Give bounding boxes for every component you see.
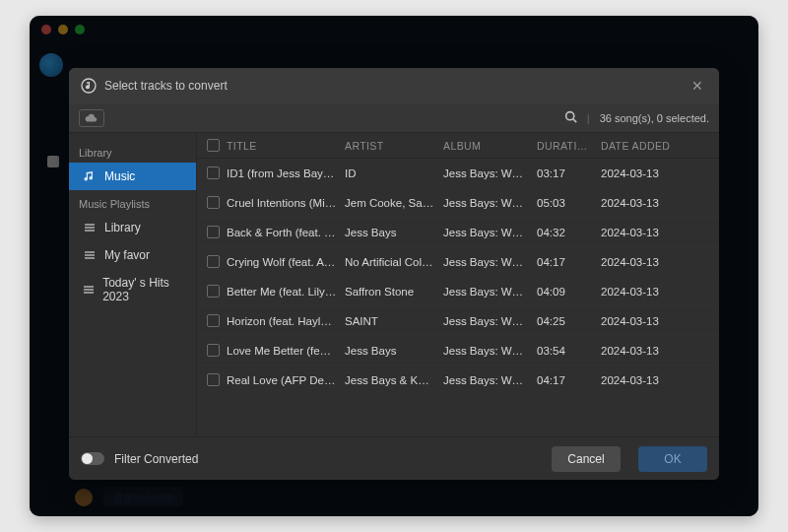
cell-album: Jess Bays: Women I... [443, 197, 537, 209]
col-artist[interactable]: ARTIST [345, 140, 443, 152]
sidebar-item-my-favor[interactable]: My favor [69, 241, 196, 269]
cell-title: ID1 (from Jess Bays: W... [227, 167, 345, 179]
toolbar-divider: | [587, 112, 590, 124]
svg-line-2 [573, 119, 576, 122]
cell-artist: Jess Bays [345, 227, 443, 238]
tracks-table: TITLE ARTIST ALBUM DURATION DATE ADDED I… [197, 133, 719, 436]
col-title[interactable]: TITLE [227, 140, 345, 152]
row-checkbox[interactable] [207, 255, 220, 268]
cell-date: 2024-03-13 [601, 197, 690, 209]
select-tracks-modal: Select tracks to convert ✕ | 36 song(s),… [69, 68, 719, 480]
col-date-added[interactable]: DATE ADDED [601, 140, 690, 152]
cell-title: Crying Wolf (feat. Alex ... [227, 256, 345, 268]
cell-duration: 05:03 [537, 197, 601, 209]
sidebar-item-label: Music [104, 169, 135, 183]
sidebar-item-music[interactable]: Music [69, 163, 196, 190]
table-body: ID1 (from Jess Bays: W...IDJess Bays: Wo… [197, 159, 719, 394]
modal-title: Select tracks to convert [104, 79, 228, 93]
cell-date: 2024-03-13 [601, 286, 690, 298]
sidebar-section-library-label: Library [69, 139, 196, 163]
cell-album: Jess Bays: Women I... [443, 345, 537, 357]
table-header: TITLE ARTIST ALBUM DURATION DATE ADDED [197, 133, 719, 159]
cell-date: 2024-03-13 [601, 345, 690, 357]
music-note-icon [81, 78, 97, 94]
filter-converted-label: Filter Converted [114, 452, 198, 466]
sidebar-section-playlists-label: Music Playlists [69, 190, 196, 214]
cancel-button[interactable]: Cancel [552, 446, 621, 472]
cell-album: Jess Bays: Women I... [443, 374, 537, 386]
selection-status: 36 song(s), 0 selected. [600, 112, 709, 124]
search-button[interactable] [564, 110, 577, 125]
cell-title: Better Me (feat. Lily Mc... [227, 286, 345, 298]
cell-date: 2024-03-13 [601, 374, 690, 386]
cell-artist: ID [345, 167, 443, 179]
modal-footer: Filter Converted Cancel OK [69, 436, 719, 480]
cell-date: 2024-03-13 [601, 167, 690, 179]
cell-album: Jess Bays: Women I... [443, 256, 537, 268]
cloud-refresh-button[interactable] [79, 109, 104, 127]
ok-button[interactable]: OK [638, 446, 707, 472]
svg-point-1 [565, 112, 573, 120]
music-icon [83, 170, 97, 182]
table-row[interactable]: Cruel Intentions (Mixed)Jem Cooke, Sam D… [197, 187, 719, 217]
list-icon [83, 249, 97, 261]
sidebar-item-library[interactable]: Library [69, 214, 196, 241]
cell-artist: Jess Bays & Kelli-L... [345, 374, 443, 386]
cell-title: Horizon (feat. Hayley ... [227, 315, 345, 327]
cell-duration: 04:09 [537, 286, 601, 298]
col-album[interactable]: ALBUM [443, 140, 537, 152]
sidebar: Library Music Music Playlists Library [69, 133, 197, 436]
cell-duration: 04:17 [537, 256, 601, 268]
cell-duration: 04:17 [537, 374, 601, 386]
cell-title: Back & Forth (feat. Lily ... [227, 227, 345, 238]
sidebar-item-label: My favor [104, 248, 150, 262]
table-row[interactable]: Back & Forth (feat. Lily ...Jess BaysJes… [197, 217, 719, 246]
cell-album: Jess Bays: Women I... [443, 167, 537, 179]
row-checkbox[interactable] [207, 344, 220, 357]
modal-header: Select tracks to convert ✕ [69, 68, 719, 103]
cell-artist: SAINT [345, 315, 443, 327]
cell-duration: 04:25 [537, 315, 601, 327]
row-checkbox[interactable] [207, 285, 220, 298]
cell-date: 2024-03-13 [601, 227, 690, 238]
cell-artist: Saffron Stone [345, 286, 443, 298]
cell-album: Jess Bays: Women I... [443, 286, 537, 298]
table-row[interactable]: Better Me (feat. Lily Mc...Saffron Stone… [197, 276, 719, 305]
sidebar-item-todays-hits-2023[interactable]: Today' s Hits 2023 [69, 269, 196, 310]
cell-title: Cruel Intentions (Mixed) [227, 197, 345, 209]
row-checkbox[interactable] [207, 314, 220, 327]
cell-artist: Jem Cooke, Sam D... [345, 197, 443, 209]
table-row[interactable]: Horizon (feat. Hayley ...SAINTJess Bays:… [197, 305, 719, 335]
cell-album: Jess Bays: Women I... [443, 227, 537, 238]
close-modal-button[interactable]: ✕ [688, 74, 707, 98]
col-duration[interactable]: DURATION [537, 140, 601, 152]
table-row[interactable]: Love Me Better (feat. L...Jess BaysJess … [197, 335, 719, 365]
table-row[interactable]: ID1 (from Jess Bays: W...IDJess Bays: Wo… [197, 159, 719, 187]
row-checkbox[interactable] [207, 166, 220, 179]
filter-converted-toggle[interactable] [81, 452, 104, 465]
list-icon [83, 222, 97, 233]
app-window: @gmail.com Select tracks to convert ✕ | … [30, 16, 758, 516]
modal-toolbar: | 36 song(s), 0 selected. [69, 103, 719, 133]
search-icon [564, 110, 577, 123]
cell-date: 2024-03-13 [601, 315, 690, 327]
select-all-checkbox[interactable] [207, 139, 220, 152]
cell-album: Jess Bays: Women I... [443, 315, 537, 327]
list-icon [83, 284, 95, 296]
sidebar-item-label: Library [104, 221, 141, 234]
sidebar-item-label: Today' s Hits 2023 [102, 276, 186, 303]
cell-artist: Jess Bays [345, 345, 443, 357]
row-checkbox[interactable] [207, 226, 220, 238]
cell-title: Real Love (AFP Deep Li... [227, 374, 345, 386]
cell-title: Love Me Better (feat. L... [227, 345, 345, 357]
cell-duration: 03:54 [537, 345, 601, 357]
cell-duration: 03:17 [537, 167, 601, 179]
cell-artist: No Artificial Colours [345, 256, 443, 268]
table-row[interactable]: Real Love (AFP Deep Li...Jess Bays & Kel… [197, 365, 719, 394]
cell-duration: 04:32 [537, 227, 601, 238]
cell-date: 2024-03-13 [601, 256, 690, 268]
cloud-icon [85, 113, 98, 123]
row-checkbox[interactable] [207, 373, 220, 386]
row-checkbox[interactable] [207, 196, 220, 209]
table-row[interactable]: Crying Wolf (feat. Alex ...No Artificial… [197, 246, 719, 276]
